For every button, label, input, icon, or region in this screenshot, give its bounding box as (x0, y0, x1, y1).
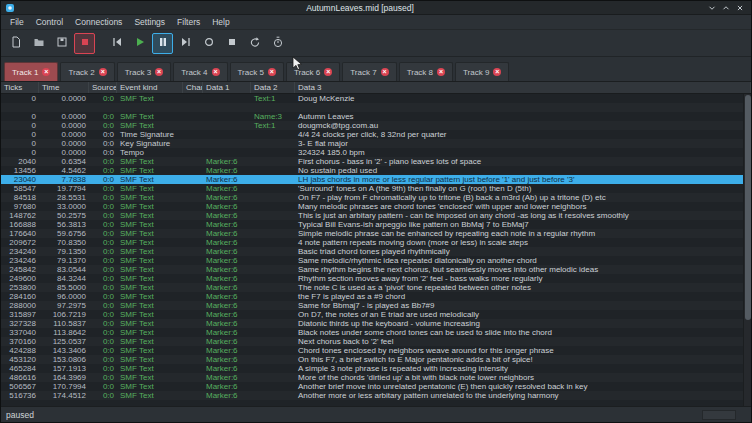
cell: Marker:6 (203, 373, 251, 382)
tab-track-4[interactable]: Track 4× (173, 62, 227, 81)
column-header-source[interactable]: Source (89, 82, 117, 93)
column-header-event-kind[interactable]: Event kind (117, 82, 183, 93)
menu-item-connections[interactable]: Connections (69, 15, 128, 30)
event-row[interactable]: 28416096.00000:0SMF TextMarker:6the F7 i… (1, 292, 751, 301)
event-row[interactable]: 00.00000:0Key Signature3- E flat major (1, 139, 751, 148)
pause-button[interactable] (152, 33, 173, 54)
event-row[interactable]: 8451828.55310:0SMF TextMarker:6On F7 - p… (1, 193, 751, 202)
column-header-data-1[interactable]: Data 1 (203, 82, 251, 93)
cell: 0:0 (89, 382, 117, 391)
save-file-button[interactable] (51, 33, 72, 54)
tab-track-2[interactable]: Track 2× (60, 62, 114, 81)
event-row[interactable]: 516736174.45120:0SMF TextMarker:6Another… (1, 391, 751, 400)
event-row[interactable]: 230407.78380:0SMF TextMarker:6LH jabs ch… (1, 175, 751, 184)
tab-close-icon[interactable]: × (324, 68, 332, 76)
tab-close-icon[interactable]: × (437, 68, 445, 76)
cell: SMF Text (117, 283, 183, 292)
event-row[interactable]: 486616164.39690:0SMF TextMarker:6More of… (1, 373, 751, 382)
event-row[interactable]: 00.00000:0SMF TextText:1Doug McKenzie (1, 94, 751, 103)
minimize-button[interactable] (705, 2, 719, 14)
event-row[interactable]: 28800097.29750:0SMF TextMarker:6Same for… (1, 301, 751, 310)
event-row[interactable]: 327328110.58370:0SMF TextMarker:6Diatoni… (1, 319, 751, 328)
tab-close-icon[interactable]: × (212, 68, 220, 76)
event-row[interactable]: 9768033.00000:0SMF TextMarker:6Many melo… (1, 202, 751, 211)
new-file-button[interactable] (5, 33, 26, 54)
tab-close-icon[interactable]: × (493, 68, 501, 76)
timer-button[interactable] (267, 33, 288, 54)
tab-label: Track 9 (463, 68, 489, 77)
event-row[interactable]: 25380085.50000:0SMF TextMarker:6The note… (1, 283, 751, 292)
cell (251, 220, 295, 229)
menu-item-settings[interactable]: Settings (128, 15, 171, 30)
column-header-chan[interactable]: Chan (183, 82, 203, 93)
cell: 0:0 (89, 229, 117, 238)
cell: SMF Text (117, 337, 183, 346)
column-header-data-3[interactable]: Data 3 (295, 82, 751, 93)
tab-track-8[interactable]: Track 8× (399, 62, 453, 81)
cell: SMF Text (117, 157, 183, 166)
event-row[interactable]: 14876250.25750:0SMF TextMarker:6This is … (1, 211, 751, 220)
tab-close-icon[interactable]: × (381, 68, 389, 76)
event-row[interactable] (1, 103, 751, 112)
cell: 106.7219 (39, 310, 89, 319)
maximize-button[interactable] (719, 2, 733, 14)
column-header-ticks[interactable]: Ticks (1, 82, 39, 93)
record-toggle-button[interactable] (74, 33, 95, 54)
scrollbar-handle[interactable] (745, 95, 751, 320)
event-row[interactable]: 370160125.05370:0SMF TextMarker:6Next ch… (1, 337, 751, 346)
tab-track-5[interactable]: Track 5× (230, 62, 284, 81)
event-row[interactable]: 315897106.72190:0SMF TextMarker:6On D7, … (1, 310, 751, 319)
cell: 13456 (1, 166, 39, 175)
loop-button[interactable] (244, 33, 265, 54)
tab-track-9[interactable]: Track 9× (455, 62, 509, 81)
event-row[interactable]: 134564.54620:0SMF TextMarker:6No sustain… (1, 166, 751, 175)
menu-item-control[interactable]: Control (30, 15, 69, 30)
skip-forward-button[interactable] (175, 33, 196, 54)
column-header-time[interactable]: Time (39, 82, 89, 93)
cell: 234240 (1, 247, 39, 256)
skip-backward-button[interactable] (106, 33, 127, 54)
menu-item-file[interactable]: File (4, 15, 30, 30)
open-file-button[interactable] (28, 33, 49, 54)
tab-close-icon[interactable]: × (268, 68, 276, 76)
stop-button[interactable] (221, 33, 242, 54)
event-row[interactable]: 00.00000:0SMF TextName:3Autumn Leaves (1, 112, 751, 121)
event-row[interactable]: 20967270.83500:0SMF TextMarker:64 note p… (1, 238, 751, 247)
record-button[interactable] (198, 33, 219, 54)
tab-track-7[interactable]: Track 7× (342, 62, 396, 81)
cell: 245842 (1, 265, 39, 274)
event-row[interactable]: 16688856.38130:0SMF TextMarker:6Typical … (1, 220, 751, 229)
event-row[interactable]: 5854719.77940:0SMF TextMarker:6'Surround… (1, 184, 751, 193)
menu-item-filters[interactable]: Filters (171, 15, 206, 30)
vertical-scrollbar[interactable] (743, 94, 751, 406)
tab-close-icon[interactable]: × (99, 68, 107, 76)
play-button[interactable] (129, 33, 150, 54)
event-row[interactable]: 453120153.08060:0SMF TextMarker:6On this… (1, 355, 751, 364)
event-row[interactable]: 24960084.32440:0SMF TextMarker:6Rhythm s… (1, 274, 751, 283)
tab-close-icon[interactable]: × (155, 68, 163, 76)
menu-item-help[interactable]: Help (206, 15, 235, 30)
event-row[interactable]: 24584283.05440:0SMF TextMarker:6Same rhy… (1, 265, 751, 274)
tab-track-3[interactable]: Track 3× (117, 62, 171, 81)
event-row[interactable]: 23424079.13500:0SMF TextMarker:6Basic tr… (1, 247, 751, 256)
event-row[interactable]: 00.00000:0Tempo324324 185.0 bpm (1, 148, 751, 157)
event-row[interactable]: 465284157.19130:0SMF TextMarker:6A simpl… (1, 364, 751, 373)
cell (251, 166, 295, 175)
tab-track-6[interactable]: Track 6× (286, 62, 340, 81)
tab-track-1[interactable]: Track 1× (4, 62, 58, 81)
event-row[interactable]: 17664059.67560:0SMF TextMarker:6Simple m… (1, 229, 751, 238)
column-header-data-2[interactable]: Data 2 (251, 82, 295, 93)
cell (203, 121, 251, 130)
event-row[interactable]: 337040113.86420:0SMF TextMarker:6Black n… (1, 328, 751, 337)
event-row[interactable]: 23424679.13700:0SMF TextMarker:6Same mel… (1, 256, 751, 265)
event-row[interactable]: 506567170.79940:0SMF TextMarker:6Another… (1, 382, 751, 391)
event-row[interactable]: 00.00000:0Time Signature4/4 24 clocks pe… (1, 130, 751, 139)
event-row[interactable]: 00.00000:0SMF TextText:1dougmck@tpg.com.… (1, 121, 751, 130)
cell: 0.0000 (39, 112, 89, 121)
close-button[interactable] (733, 2, 747, 14)
event-row[interactable]: 20400.63540:0SMF TextMarker:6First choru… (1, 157, 751, 166)
cell: 0 (1, 148, 39, 157)
tab-close-icon[interactable]: × (42, 68, 50, 76)
cell: Many melodic phrases are chord tones 'en… (295, 202, 751, 211)
event-row[interactable]: 424288143.34060:0SMF TextMarker:6Chord t… (1, 346, 751, 355)
